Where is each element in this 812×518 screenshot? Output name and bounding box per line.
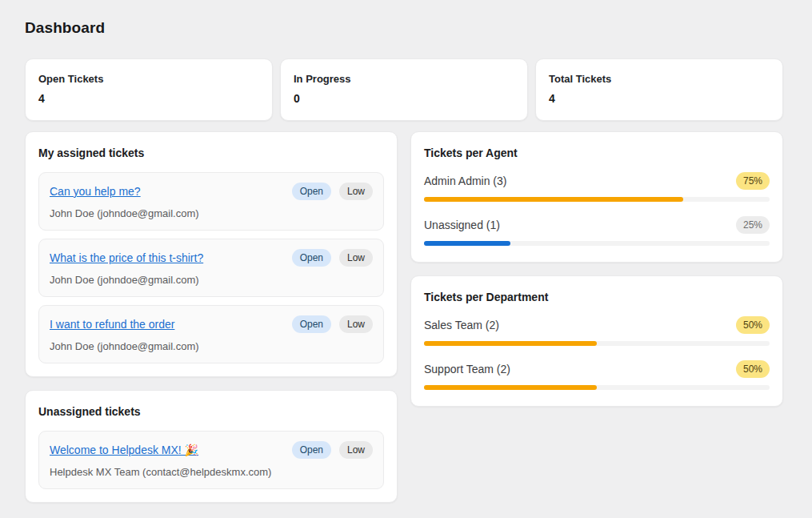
ticket-card: What is the price of this t-shirt? Open … <box>38 239 384 297</box>
priority-badge: Low <box>339 441 373 459</box>
progress-percent-badge: 50% <box>736 360 770 378</box>
right-column: Tickets per Agent Admin Admin (3) 75% Un… <box>410 131 783 407</box>
ticket-subject-link[interactable]: What is the price of this t-shirt? <box>50 251 203 264</box>
status-badge: Open <box>292 441 331 459</box>
stats-row: Open Tickets 4 In Progress 0 Total Ticke… <box>25 58 783 121</box>
priority-badge: Low <box>339 315 373 333</box>
ticket-requester: John Doe (johndoe@gmail.com) <box>50 207 373 219</box>
ticket-subject-link[interactable]: I want to refund the order <box>50 318 174 331</box>
panel-title: My assigned tickets <box>38 147 384 159</box>
my-assigned-tickets-panel: My assigned tickets Can you help me? Ope… <box>25 131 398 377</box>
tickets-per-agent-panel: Tickets per Agent Admin Admin (3) 75% Un… <box>410 131 783 263</box>
ticket-card: I want to refund the order Open Low John… <box>38 305 384 363</box>
tickets-per-department-panel: Tickets per Department Sales Team (2) 50… <box>410 275 783 407</box>
priority-badge: Low <box>339 249 373 267</box>
stat-card-open-tickets: Open Tickets 4 <box>25 58 273 121</box>
progress-track <box>424 341 770 346</box>
progress-row: Support Team (2) 50% <box>424 360 770 390</box>
progress-label: Unassigned (1) <box>424 219 500 231</box>
ticket-requester: John Doe (johndoe@gmail.com) <box>50 274 373 286</box>
ticket-requester: Helpdesk MX Team (contact@helpdeskmx.com… <box>50 466 373 478</box>
progress-percent-badge: 25% <box>736 216 770 234</box>
progress-track <box>424 385 770 390</box>
unassigned-tickets-panel: Unassigned tickets Welcome to Helpdesk M… <box>25 390 398 503</box>
progress-row: Admin Admin (3) 75% <box>424 172 770 202</box>
progress-label: Support Team (2) <box>424 363 510 375</box>
ticket-list: Can you help me? Open Low John Doe (john… <box>38 172 384 363</box>
dashboard-page: Dashboard Open Tickets 4 In Progress 0 T… <box>0 0 812 503</box>
ticket-card: Can you help me? Open Low John Doe (john… <box>38 172 384 231</box>
stat-label: Total Tickets <box>549 73 770 85</box>
ticket-card: Welcome to Helpdesk MX! 🎉 Open Low Helpd… <box>38 431 384 489</box>
status-badge: Open <box>292 315 331 333</box>
progress-percent-badge: 75% <box>736 172 770 190</box>
progress-percent-badge: 50% <box>736 316 770 334</box>
stat-value: 0 <box>294 92 514 105</box>
progress-track <box>424 241 770 246</box>
stat-label: In Progress <box>294 73 514 85</box>
progress-fill <box>424 241 510 246</box>
panel-title: Tickets per Department <box>424 291 770 303</box>
left-column: My assigned tickets Can you help me? Ope… <box>25 131 398 503</box>
progress-label: Admin Admin (3) <box>424 175 506 187</box>
stat-value: 4 <box>549 92 770 105</box>
stat-card-in-progress: In Progress 0 <box>280 58 528 121</box>
stat-card-total-tickets: Total Tickets 4 <box>535 58 783 121</box>
page-title: Dashboard <box>25 19 783 37</box>
ticket-subject-link[interactable]: Can you help me? <box>50 185 141 198</box>
status-badge: Open <box>292 249 331 267</box>
status-badge: Open <box>292 183 331 200</box>
progress-track <box>424 197 770 202</box>
panel-title: Tickets per Agent <box>424 147 770 159</box>
stat-label: Open Tickets <box>38 73 259 85</box>
progress-fill <box>424 385 597 390</box>
ticket-subject-link[interactable]: Welcome to Helpdesk MX! 🎉 <box>50 444 198 456</box>
main-content: My assigned tickets Can you help me? Ope… <box>25 131 783 503</box>
priority-badge: Low <box>339 183 373 200</box>
progress-fill <box>424 197 683 202</box>
ticket-requester: John Doe (johndoe@gmail.com) <box>50 340 373 352</box>
progress-label: Sales Team (2) <box>424 319 499 331</box>
progress-row: Sales Team (2) 50% <box>424 316 770 346</box>
stat-value: 4 <box>38 92 259 105</box>
ticket-list: Welcome to Helpdesk MX! 🎉 Open Low Helpd… <box>38 431 384 489</box>
panel-title: Unassigned tickets <box>38 405 384 418</box>
progress-fill <box>424 341 597 346</box>
progress-row: Unassigned (1) 25% <box>424 216 770 246</box>
